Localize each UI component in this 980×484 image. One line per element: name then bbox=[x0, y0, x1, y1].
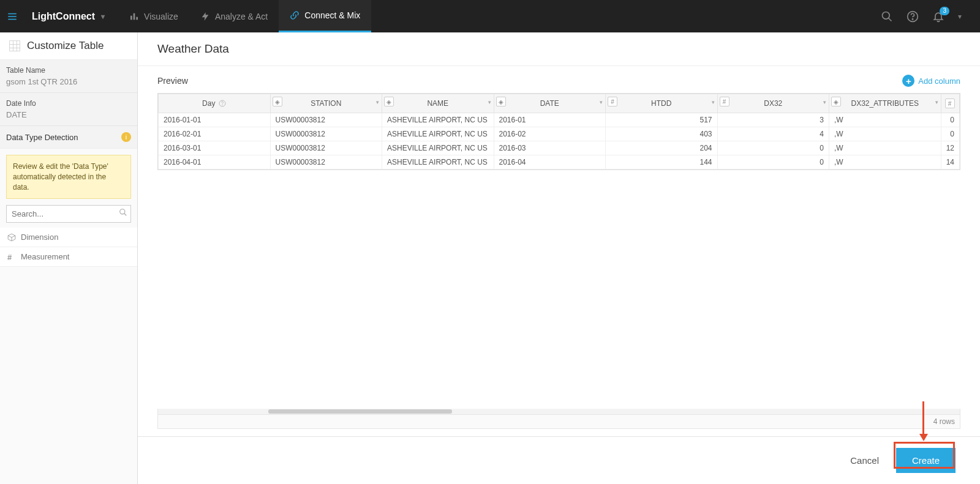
table-row[interactable]: 2016-01-01USW00003812ASHEVILLE AIRPORT, … bbox=[159, 113, 960, 127]
col-header-dx32-attributes[interactable]: ◈ DX32_ATTRIBUTES ▾ bbox=[829, 94, 941, 113]
nav-tabs: Visualize Analyze & Act Connect & Mix bbox=[118, 0, 371, 32]
chevron-down-icon: ▾ bbox=[712, 99, 715, 105]
table-header-row: Day ◈ STATION ▾ ◈ NAME ▾ bbox=[159, 94, 960, 113]
cell: USW00003812 bbox=[270, 155, 382, 169]
table-name-value: gsom 1st QTR 2016 bbox=[0, 77, 137, 92]
table-name-label: Table Name bbox=[0, 60, 137, 77]
svg-point-15 bbox=[120, 209, 125, 214]
chevron-down-icon: ▾ bbox=[101, 12, 105, 21]
cell: 2016-01 bbox=[494, 113, 606, 127]
col-header-date[interactable]: ◈ DATE ▾ bbox=[494, 94, 606, 113]
search-icon-small bbox=[119, 208, 127, 217]
tab-visualize[interactable]: Visualize bbox=[118, 0, 189, 32]
create-button[interactable]: Create bbox=[896, 448, 956, 473]
cell: 0 bbox=[941, 113, 960, 127]
table-row[interactable]: 2016-02-01USW00003812ASHEVILLE AIRPORT, … bbox=[159, 127, 960, 141]
dimension-label: Dimension bbox=[21, 233, 58, 242]
cell: 2016-04 bbox=[494, 155, 606, 169]
user-chevron-down-icon[interactable]: ▾ bbox=[958, 12, 962, 21]
col-header-htdd[interactable]: # HTDD ▾ bbox=[606, 94, 718, 113]
help-icon[interactable] bbox=[907, 10, 919, 23]
cell: 2016-01-01 bbox=[159, 113, 271, 127]
col-header-day[interactable]: Day bbox=[159, 94, 271, 113]
cell: 0 bbox=[941, 127, 960, 141]
search-input[interactable] bbox=[6, 205, 131, 223]
chevron-down-icon: ▾ bbox=[376, 99, 379, 105]
top-right-icons: 3 ▾ bbox=[881, 0, 974, 32]
bell-icon[interactable]: 3 bbox=[932, 10, 944, 23]
col-header-name[interactable]: ◈ NAME ▾ bbox=[382, 94, 494, 113]
hash-icon: # bbox=[7, 253, 16, 261]
cell: 2016-02 bbox=[494, 127, 606, 141]
cell: ASHEVILLE AIRPORT, NC US bbox=[382, 141, 494, 155]
top-nav: LightConnect ▾ Visualize Analyze & Act C… bbox=[0, 0, 980, 32]
cell: 0 bbox=[717, 141, 829, 155]
cube-icon: ◈ bbox=[831, 97, 841, 106]
chevron-down-icon: ▾ bbox=[935, 99, 938, 105]
horizontal-scrollbar[interactable] bbox=[157, 409, 960, 415]
tab-analyze-label: Analyze & Act bbox=[215, 12, 268, 21]
date-info-value: DATE bbox=[0, 110, 137, 125]
sidebar: Customize Table Table Name gsom 1st QTR … bbox=[0, 32, 138, 484]
menu-icon[interactable] bbox=[0, 0, 24, 32]
data-type-label: Data Type Detection bbox=[6, 133, 78, 142]
cell: ASHEVILLE AIRPORT, NC US bbox=[382, 155, 494, 169]
main: Weather Data Preview + Add column Day bbox=[138, 32, 980, 436]
notification-badge: 3 bbox=[940, 7, 949, 15]
cell: 2016-03 bbox=[494, 141, 606, 155]
chevron-down-icon: ▾ bbox=[823, 99, 826, 105]
chevron-down-icon: ▾ bbox=[600, 99, 603, 105]
chevron-down-icon: ▾ bbox=[488, 99, 491, 105]
preview-label: Preview bbox=[157, 76, 188, 86]
cell: ASHEVILLE AIRPORT, NC US bbox=[382, 127, 494, 141]
brand[interactable]: LightConnect ▾ bbox=[24, 11, 112, 22]
sidebar-item-measurement[interactable]: # Measurement bbox=[0, 247, 137, 267]
col-header-last[interactable]: # bbox=[941, 94, 960, 113]
cube-icon: ◈ bbox=[384, 97, 394, 106]
cell: 14 bbox=[941, 155, 960, 169]
measurement-label: Measurement bbox=[21, 252, 69, 261]
hash-icon: # bbox=[608, 97, 617, 106]
cell: 517 bbox=[606, 113, 718, 127]
cube-icon: ◈ bbox=[273, 97, 282, 106]
svg-point-9 bbox=[912, 18, 913, 19]
tab-analyze[interactable]: Analyze & Act bbox=[189, 0, 279, 32]
page-title: Weather Data bbox=[138, 32, 980, 66]
svg-rect-5 bbox=[136, 17, 138, 20]
add-column-button[interactable]: + Add column bbox=[902, 75, 960, 87]
preview-table: Day ◈ STATION ▾ ◈ NAME ▾ bbox=[157, 93, 960, 170]
col-header-station[interactable]: ◈ STATION ▾ bbox=[270, 94, 382, 113]
table-row[interactable]: 2016-04-01USW00003812ASHEVILLE AIRPORT, … bbox=[159, 155, 960, 169]
add-column-label: Add column bbox=[918, 76, 960, 86]
footer-actions: Cancel Create bbox=[138, 436, 980, 484]
svg-rect-10 bbox=[10, 41, 20, 51]
svg-line-16 bbox=[124, 214, 127, 216]
sidebar-date-info[interactable]: Date Info DATE bbox=[0, 93, 137, 126]
col-header-dx32[interactable]: # DX32 ▾ bbox=[717, 94, 829, 113]
tab-connect[interactable]: Connect & Mix bbox=[279, 0, 371, 32]
cell: 2016-03-01 bbox=[159, 141, 271, 155]
scrollbar-thumb[interactable] bbox=[268, 409, 452, 414]
sidebar-table-name[interactable]: Table Name gsom 1st QTR 2016 bbox=[0, 60, 137, 93]
sidebar-data-type-detection[interactable]: Data Type Detection i bbox=[0, 126, 137, 149]
cell: 3 bbox=[717, 113, 829, 127]
cell: USW00003812 bbox=[270, 141, 382, 155]
cell: USW00003812 bbox=[270, 127, 382, 141]
svg-rect-4 bbox=[134, 13, 135, 20]
cell: ,W bbox=[829, 113, 941, 127]
cell: USW00003812 bbox=[270, 113, 382, 127]
sidebar-item-dimension[interactable]: Dimension bbox=[0, 228, 137, 247]
cell: 403 bbox=[606, 127, 718, 141]
hash-icon: # bbox=[945, 99, 955, 108]
cell: ,W bbox=[829, 141, 941, 155]
cell: 12 bbox=[941, 141, 960, 155]
cell: 204 bbox=[606, 141, 718, 155]
sidebar-title-label: Customize Table bbox=[27, 40, 104, 52]
cell: 2016-02-01 bbox=[159, 127, 271, 141]
search-icon[interactable] bbox=[881, 10, 893, 23]
table-row[interactable]: 2016-03-01USW00003812ASHEVILLE AIRPORT, … bbox=[159, 141, 960, 155]
cell: ,W bbox=[829, 155, 941, 169]
sidebar-title: Customize Table bbox=[0, 32, 137, 60]
cancel-button[interactable]: Cancel bbox=[842, 449, 888, 472]
cell: 0 bbox=[717, 155, 829, 169]
